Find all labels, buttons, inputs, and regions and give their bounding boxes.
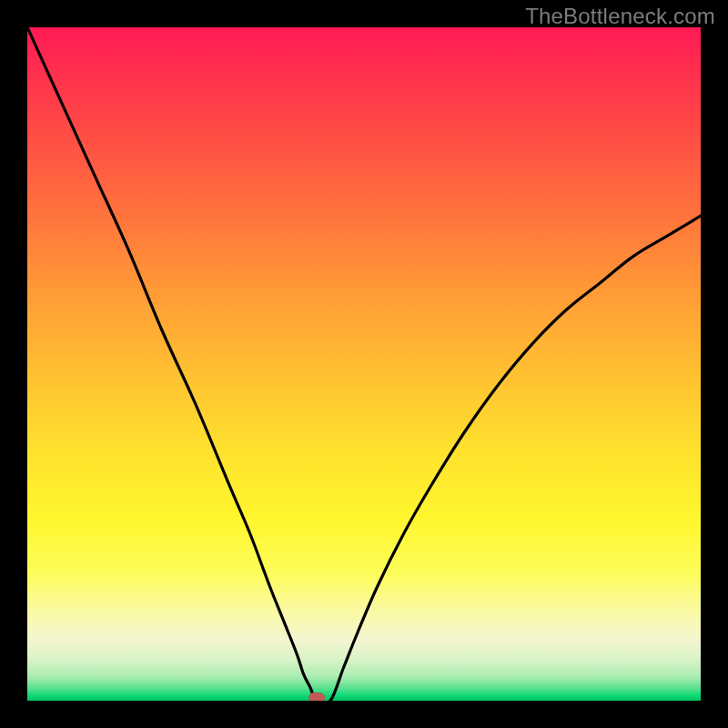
watermark-text: TheBottleneck.com: [525, 4, 715, 29]
optimal-point-marker: [308, 693, 325, 701]
bottleneck-curve: [27, 27, 701, 701]
chart-frame: TheBottleneck.com: [0, 0, 728, 728]
curve-svg: [27, 27, 701, 701]
plot-area: [27, 27, 701, 701]
